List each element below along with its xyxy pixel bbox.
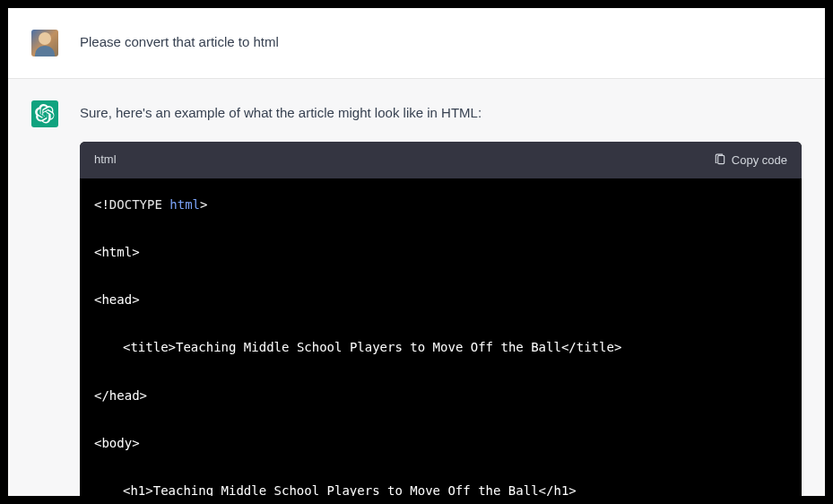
code-language-label: html <box>94 151 117 169</box>
copy-code-button[interactable]: Copy code <box>714 153 787 167</box>
user-avatar <box>31 30 58 56</box>
openai-icon <box>35 104 55 124</box>
clipboard-icon <box>714 153 726 166</box>
copy-code-label: Copy code <box>732 153 787 167</box>
user-message-row: Please convert that article to html <box>8 8 825 79</box>
code-body[interactable]: <!DOCTYPE html> <html> <head> <title>Tea… <box>80 178 802 497</box>
assistant-avatar <box>31 100 58 127</box>
svg-rect-0 <box>718 156 725 164</box>
user-message-text: Please convert that article to html <box>80 30 802 53</box>
code-content: <!DOCTYPE html> <html> <head> <title>Tea… <box>94 193 787 497</box>
assistant-content: Sure, here's an example of what the arti… <box>80 100 825 497</box>
code-block: html Copy code <!DOCTYPE html> <html> <h… <box>80 142 802 497</box>
assistant-message-text: Sure, here's an example of what the arti… <box>80 102 802 124</box>
code-header: html Copy code <box>80 142 802 178</box>
assistant-message-row: Sure, here's an example of what the arti… <box>8 79 825 497</box>
